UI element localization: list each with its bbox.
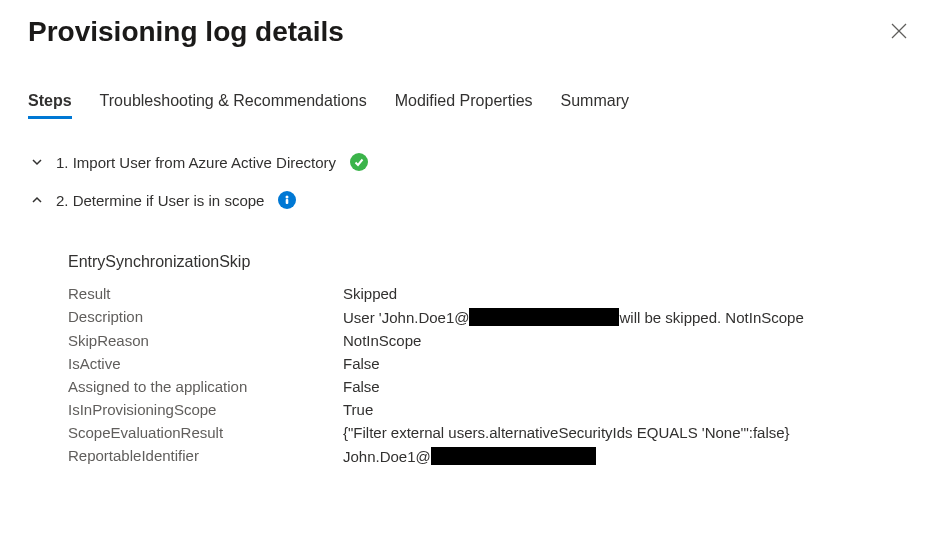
chevron-down-icon xyxy=(28,153,46,171)
step-row-2[interactable]: 2. Determine if User is in scope xyxy=(28,181,912,219)
value-inscope: True xyxy=(343,401,912,418)
close-icon xyxy=(890,22,908,40)
detail-header: EntrySynchronizationSkip xyxy=(68,253,912,271)
value-scopeeval: {"Filter external users.alternativeSecur… xyxy=(343,424,912,441)
tab-troubleshooting[interactable]: Troubleshooting & Recommendations xyxy=(100,92,367,118)
svg-point-2 xyxy=(286,196,289,199)
description-suffix: will be skipped. NotInScope xyxy=(619,309,803,326)
label-reportable: ReportableIdentifier xyxy=(68,447,343,465)
value-result: Skipped xyxy=(343,285,912,302)
label-inscope: IsInProvisioningScope xyxy=(68,401,343,418)
page-title: Provisioning log details xyxy=(28,16,344,48)
value-description: User 'John.Doe1@ will be skipped. NotInS… xyxy=(343,308,912,326)
label-description: Description xyxy=(68,308,343,326)
redacted-block xyxy=(469,308,619,326)
value-skipreason: NotInScope xyxy=(343,332,912,349)
value-reportable: John.Doe1@ xyxy=(343,447,912,465)
label-scopeeval: ScopeEvaluationResult xyxy=(68,424,343,441)
description-prefix: User 'John.Doe1@ xyxy=(343,309,469,326)
tabs: Steps Troubleshooting & Recommendations … xyxy=(28,92,912,119)
step-details: EntrySynchronizationSkip Result Skipped … xyxy=(68,253,912,465)
step-row-1[interactable]: 1. Import User from Azure Active Directo… xyxy=(28,143,912,181)
value-isactive: False xyxy=(343,355,912,372)
reportable-prefix: John.Doe1@ xyxy=(343,448,431,465)
step-label: 1. Import User from Azure Active Directo… xyxy=(56,154,336,171)
step-label: 2. Determine if User is in scope xyxy=(56,192,264,209)
close-button[interactable] xyxy=(886,18,912,44)
label-result: Result xyxy=(68,285,343,302)
tab-steps[interactable]: Steps xyxy=(28,92,72,118)
redacted-block xyxy=(431,447,596,465)
label-skipreason: SkipReason xyxy=(68,332,343,349)
success-icon xyxy=(350,153,368,171)
label-assigned: Assigned to the application xyxy=(68,378,343,395)
tab-summary[interactable]: Summary xyxy=(561,92,629,118)
value-assigned: False xyxy=(343,378,912,395)
tab-modified-properties[interactable]: Modified Properties xyxy=(395,92,533,118)
svg-rect-3 xyxy=(286,199,289,204)
info-icon xyxy=(278,191,296,209)
label-isactive: IsActive xyxy=(68,355,343,372)
chevron-up-icon xyxy=(28,191,46,209)
steps-list: 1. Import User from Azure Active Directo… xyxy=(28,143,912,465)
